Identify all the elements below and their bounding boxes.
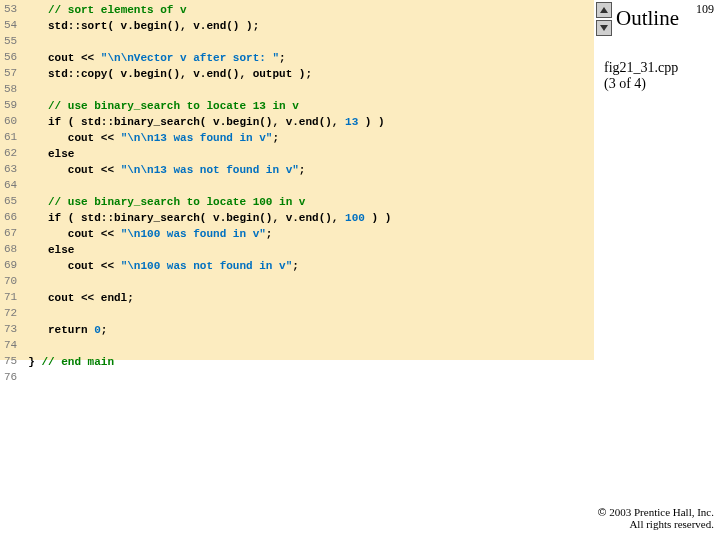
code-source: if ( std::binary_search( v.begin(), v.en… bbox=[27, 114, 392, 130]
code-source bbox=[27, 178, 392, 194]
line-number: 63 bbox=[0, 162, 27, 178]
code-line: 70 bbox=[0, 274, 392, 290]
code-source bbox=[27, 370, 392, 386]
code-line: 75} // end main bbox=[0, 354, 392, 370]
code-source: std::sort( v.begin(), v.end() ); bbox=[27, 18, 392, 34]
slide-number: 109 bbox=[696, 2, 714, 17]
line-number: 66 bbox=[0, 210, 27, 226]
line-number: 73 bbox=[0, 322, 27, 338]
code-source: std::copy( v.begin(), v.end(), output ); bbox=[27, 66, 392, 82]
line-number: 61 bbox=[0, 130, 27, 146]
line-number: 60 bbox=[0, 114, 27, 130]
code-table: 53 // sort elements of v54 std::sort( v.… bbox=[0, 2, 392, 386]
code-line: 53 // sort elements of v bbox=[0, 2, 392, 18]
line-number: 64 bbox=[0, 178, 27, 194]
code-line: 62 else bbox=[0, 146, 392, 162]
code-line: 71 cout << endl; bbox=[0, 290, 392, 306]
code-source bbox=[27, 34, 392, 50]
line-number: 65 bbox=[0, 194, 27, 210]
code-line: 64 bbox=[0, 178, 392, 194]
chevron-up-icon bbox=[599, 6, 609, 14]
copyright-line1: © 2003 Prentice Hall, Inc. bbox=[598, 506, 714, 518]
code-source: // sort elements of v bbox=[27, 2, 392, 18]
line-number: 67 bbox=[0, 226, 27, 242]
code-source: cout << "\n\nVector v after sort: "; bbox=[27, 50, 392, 66]
code-line: 65 // use binary_search to locate 100 in… bbox=[0, 194, 392, 210]
line-number: 62 bbox=[0, 146, 27, 162]
code-source: if ( std::binary_search( v.begin(), v.en… bbox=[27, 210, 392, 226]
code-line: 58 bbox=[0, 82, 392, 98]
code-line: 67 cout << "\n100 was found in v"; bbox=[0, 226, 392, 242]
code-source bbox=[27, 274, 392, 290]
line-number: 70 bbox=[0, 274, 27, 290]
code-source bbox=[27, 82, 392, 98]
sidebar: 109 Outline fig21_31.cpp (3 of 4) bbox=[594, 0, 720, 540]
line-number: 59 bbox=[0, 98, 27, 114]
file-part: (3 of 4) bbox=[604, 76, 720, 92]
line-number: 53 bbox=[0, 2, 27, 18]
prev-slide-button[interactable] bbox=[596, 2, 612, 18]
code-line: 59 // use binary_search to locate 13 in … bbox=[0, 98, 392, 114]
line-number: 74 bbox=[0, 338, 27, 354]
file-info: fig21_31.cpp (3 of 4) bbox=[594, 60, 720, 92]
line-number: 71 bbox=[0, 290, 27, 306]
code-line: 76 bbox=[0, 370, 392, 386]
code-source: cout << "\n\n13 was found in v"; bbox=[27, 130, 392, 146]
code-source bbox=[27, 338, 392, 354]
code-source bbox=[27, 306, 392, 322]
svg-marker-0 bbox=[600, 7, 608, 13]
line-number: 57 bbox=[0, 66, 27, 82]
line-number: 72 bbox=[0, 306, 27, 322]
code-source: cout << "\n100 was found in v"; bbox=[27, 226, 392, 242]
code-listing: 53 // sort elements of v54 std::sort( v.… bbox=[0, 0, 594, 360]
svg-marker-1 bbox=[600, 25, 608, 31]
line-number: 76 bbox=[0, 370, 27, 386]
copyright-line2: All rights reserved. bbox=[598, 518, 714, 530]
code-source: else bbox=[27, 146, 392, 162]
chevron-down-icon bbox=[599, 24, 609, 32]
line-number: 75 bbox=[0, 354, 27, 370]
line-number: 69 bbox=[0, 258, 27, 274]
code-line: 57 std::copy( v.begin(), v.end(), output… bbox=[0, 66, 392, 82]
code-line: 61 cout << "\n\n13 was found in v"; bbox=[0, 130, 392, 146]
code-line: 55 bbox=[0, 34, 392, 50]
nav-arrows bbox=[596, 2, 612, 36]
code-source: cout << endl; bbox=[27, 290, 392, 306]
next-slide-button[interactable] bbox=[596, 20, 612, 36]
code-line: 74 bbox=[0, 338, 392, 354]
line-number: 58 bbox=[0, 82, 27, 98]
code-source: cout << "\n100 was not found in v"; bbox=[27, 258, 392, 274]
code-line: 73 return 0; bbox=[0, 322, 392, 338]
outline-title: Outline bbox=[616, 2, 679, 31]
code-line: 66 if ( std::binary_search( v.begin(), v… bbox=[0, 210, 392, 226]
code-source: } // end main bbox=[27, 354, 392, 370]
code-line: 60 if ( std::binary_search( v.begin(), v… bbox=[0, 114, 392, 130]
code-source: else bbox=[27, 242, 392, 258]
code-line: 72 bbox=[0, 306, 392, 322]
code-line: 56 cout << "\n\nVector v after sort: "; bbox=[0, 50, 392, 66]
code-source: cout << "\n\n13 was not found in v"; bbox=[27, 162, 392, 178]
line-number: 68 bbox=[0, 242, 27, 258]
code-line: 63 cout << "\n\n13 was not found in v"; bbox=[0, 162, 392, 178]
code-line: 69 cout << "\n100 was not found in v"; bbox=[0, 258, 392, 274]
code-line: 68 else bbox=[0, 242, 392, 258]
code-line: 54 std::sort( v.begin(), v.end() ); bbox=[0, 18, 392, 34]
code-source: // use binary_search to locate 100 in v bbox=[27, 194, 392, 210]
code-source: return 0; bbox=[27, 322, 392, 338]
copyright-footer: © 2003 Prentice Hall, Inc. All rights re… bbox=[598, 506, 714, 530]
code-source: // use binary_search to locate 13 in v bbox=[27, 98, 392, 114]
file-name: fig21_31.cpp bbox=[604, 60, 720, 76]
line-number: 54 bbox=[0, 18, 27, 34]
line-number: 56 bbox=[0, 50, 27, 66]
line-number: 55 bbox=[0, 34, 27, 50]
